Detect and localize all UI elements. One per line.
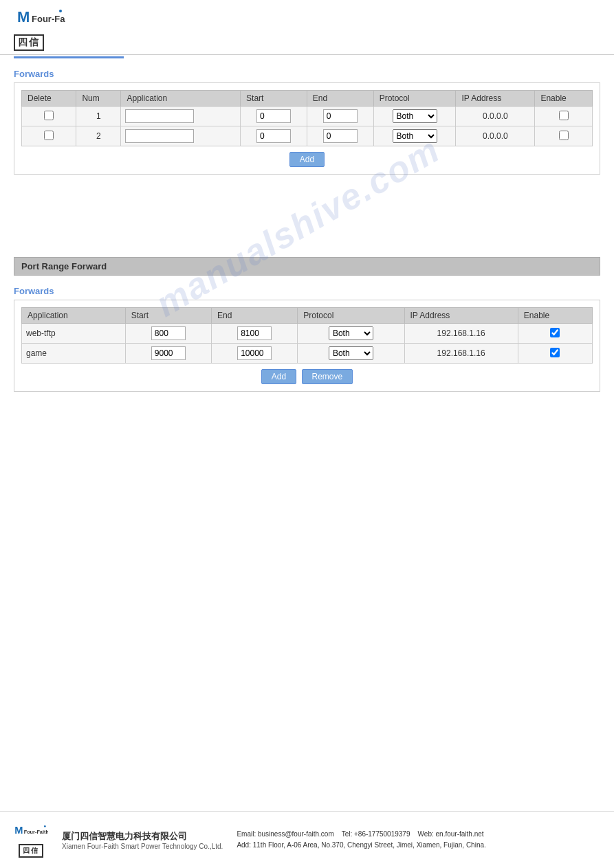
- prf-ip-cell-2: 192.168.1.16: [404, 344, 518, 364]
- table-row: 2 Both TCP UDP: [22, 126, 593, 146]
- footer-address-label: Add:: [237, 841, 251, 849]
- delete-checkbox-2[interactable]: [44, 131, 54, 140]
- prf-ip-address-1: 192.168.1.16: [437, 329, 485, 338]
- prf-remove-button[interactable]: Remove: [302, 369, 353, 384]
- prf-start-input-2[interactable]: [151, 346, 186, 360]
- svg-point-5: [44, 825, 46, 827]
- enable-checkbox-1[interactable]: [559, 111, 569, 120]
- footer-contact-info: Email: business@four-faith.com Tel: +86-…: [237, 829, 485, 851]
- enable-cell-1: [535, 107, 593, 126]
- end-input-1[interactable]: [323, 109, 358, 123]
- footer-email-label: Email:: [237, 830, 256, 838]
- prf-ip-address-2: 192.168.1.16: [437, 348, 485, 358]
- logo-area: M Four-Faith 四信: [14, 7, 65, 51]
- prf-enable-cell-2: [518, 344, 592, 364]
- prf-enable-checkbox-1[interactable]: [550, 328, 560, 337]
- application-cell-2: [121, 126, 241, 146]
- delete-checkbox-1[interactable]: [44, 111, 54, 120]
- top-forwards-title: Forwards: [14, 69, 600, 79]
- prf-app-text-1: web-tftp: [26, 329, 56, 338]
- col-enable: Enable: [535, 91, 593, 107]
- prf-start-cell-1: [125, 324, 211, 344]
- port-range-header-row: Application Start End Protocol IP Addres…: [22, 308, 593, 324]
- footer-address: 11th Floor, A-06 Area, No.370, Chengyi S…: [253, 841, 486, 849]
- col-start: Start: [241, 91, 307, 107]
- prf-end-input-1[interactable]: [237, 326, 272, 340]
- prf-start-input-1[interactable]: [151, 326, 186, 340]
- prf-col-protocol: Protocol: [298, 308, 404, 324]
- prf-app-cell-2: game: [22, 344, 126, 364]
- protocol-select-2[interactable]: Both TCP UDP: [393, 129, 437, 143]
- ip-address-1: 0.0.0.0: [483, 111, 508, 121]
- table-row: 1 Both TCP UDP: [22, 107, 593, 126]
- start-input-2[interactable]: [256, 129, 291, 143]
- col-protocol: Protocol: [373, 91, 456, 107]
- prf-col-ip: IP Address: [404, 308, 518, 324]
- col-ip-address: IP Address: [456, 91, 535, 107]
- footer-logo-chinese: 四信: [19, 844, 43, 858]
- top-add-btn-row: Add: [21, 146, 593, 167]
- footer-company-en: Xiamen Four-Faith Smart Power Technology…: [62, 843, 223, 850]
- protocol-select-1[interactable]: Both TCP UDP: [393, 109, 437, 123]
- svg-text:Four-Faith: Four-Faith: [32, 14, 65, 24]
- prf-btn-row: Add Remove: [21, 364, 593, 384]
- page-footer: M Four-Faith 四信 厦门四信智慧电力科技有限公司 Xiamen Fo…: [0, 811, 614, 868]
- top-forwards-tbody: 1 Both TCP UDP: [22, 107, 593, 146]
- protocol-cell-2: Both TCP UDP: [373, 126, 456, 146]
- prf-app-text-2: game: [26, 348, 47, 358]
- port-range-forwards-box: Application Start End Protocol IP Addres…: [14, 300, 600, 392]
- spacer-2: [0, 226, 614, 247]
- prf-end-cell-1: [211, 324, 297, 344]
- start-input-1[interactable]: [256, 109, 291, 123]
- port-range-forward-title-bar: Port Range Forward: [14, 257, 600, 276]
- delete-cell-1: [22, 107, 76, 126]
- prf-enable-cell-1: [518, 324, 592, 344]
- page-header: M Four-Faith 四信: [0, 0, 614, 55]
- application-input-2[interactable]: [125, 129, 194, 143]
- prf-start-cell-2: [125, 344, 211, 364]
- footer-address-line: Add: 11th Floor, A-06 Area, No.370, Chen…: [237, 840, 485, 851]
- svg-text:M: M: [14, 825, 23, 836]
- port-range-forwards-title: Forwards: [14, 286, 600, 296]
- spacer-1: [0, 185, 614, 226]
- top-forwards-header-row: Delete Num Application Start End Protoco…: [22, 91, 593, 107]
- prf-col-enable: Enable: [518, 308, 592, 324]
- col-end: End: [307, 91, 373, 107]
- nav-underline: [14, 56, 124, 58]
- prf-ip-cell-1: 192.168.1.16: [404, 324, 518, 344]
- prf-protocol-cell-1: Both TCP UDP: [298, 324, 404, 344]
- prf-end-input-2[interactable]: [237, 346, 272, 360]
- table-row: game Both TCP UDP: [22, 344, 593, 364]
- enable-checkbox-2[interactable]: [559, 131, 569, 140]
- delete-cell-2: [22, 126, 76, 146]
- end-cell-1: [307, 107, 373, 126]
- top-add-button[interactable]: Add: [289, 152, 325, 167]
- prf-col-application: Application: [22, 308, 126, 324]
- prf-protocol-cell-2: Both TCP UDP: [298, 344, 404, 364]
- end-input-2[interactable]: [323, 129, 358, 143]
- footer-tel: +86-17750019379: [354, 830, 410, 838]
- footer-company-cn: 厦门四信智慧电力科技有限公司: [62, 830, 223, 843]
- port-range-thead: Application Start End Protocol IP Addres…: [22, 308, 593, 324]
- ip-address-2: 0.0.0.0: [483, 131, 508, 141]
- top-forwards-table: Delete Num Application Start End Protoco…: [21, 90, 593, 146]
- svg-text:Four-Faith: Four-Faith: [24, 829, 48, 835]
- svg-point-2: [59, 10, 62, 12]
- svg-text:M: M: [17, 8, 30, 25]
- footer-logo: M Four-Faith 四信: [14, 822, 48, 858]
- top-forwards-section: Forwards Delete Num Application Start En…: [14, 69, 600, 175]
- col-application: Application: [121, 91, 241, 107]
- top-forwards-thead: Delete Num Application Start End Protoco…: [22, 91, 593, 107]
- prf-protocol-select-2[interactable]: Both TCP UDP: [329, 346, 373, 360]
- col-num: Num: [76, 91, 121, 107]
- prf-col-end: End: [211, 308, 297, 324]
- prf-enable-checkbox-2[interactable]: [550, 348, 560, 357]
- prf-app-cell-1: web-tftp: [22, 324, 126, 344]
- prf-protocol-select-1[interactable]: Both TCP UDP: [329, 326, 373, 340]
- footer-company-info: 厦门四信智慧电力科技有限公司 Xiamen Four-Faith Smart P…: [62, 830, 223, 850]
- prf-add-button[interactable]: Add: [261, 369, 296, 384]
- prf-end-cell-2: [211, 344, 297, 364]
- application-input-1[interactable]: [125, 109, 194, 123]
- enable-cell-2: [535, 126, 593, 146]
- logo-chinese-text: 四信: [14, 34, 44, 51]
